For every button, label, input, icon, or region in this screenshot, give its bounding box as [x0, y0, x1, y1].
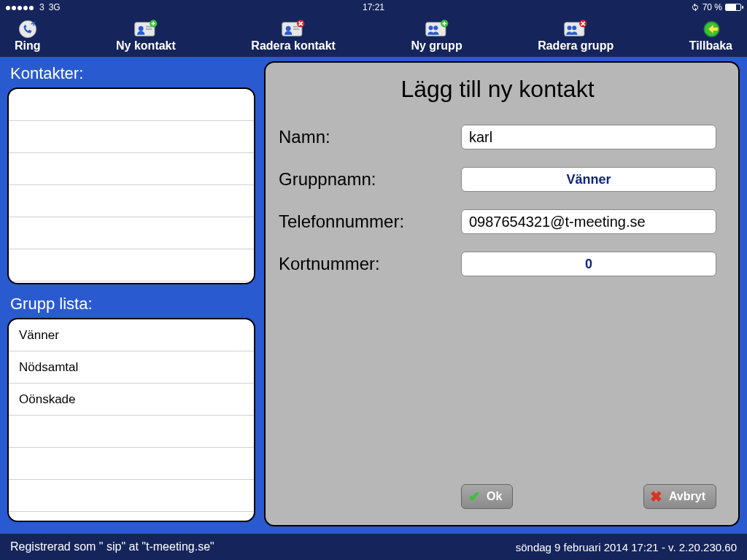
svg-rect-4 [146, 28, 152, 30]
battery-icon [725, 4, 741, 11]
ny-grupp-label: Ny grupp [411, 39, 462, 52]
ny-kontakt-label: Ny kontakt [116, 39, 176, 52]
namn-input[interactable]: karl [461, 125, 716, 149]
gruppnamn-select[interactable]: Vänner [461, 167, 716, 192]
telefonnummer-label: Telefonnummer: [279, 211, 461, 232]
check-icon: ✔ [466, 489, 482, 505]
registration-status: Registrerad som " sip" at "t-meeting.se" [10, 540, 214, 553]
delete-group-icon [563, 19, 588, 39]
list-item[interactable] [9, 448, 254, 480]
network-label: 3G [49, 2, 61, 12]
signal-dots-icon [6, 2, 35, 12]
toolbar: Ring Ny kontakt Radera kontakt Ny grupp [0, 15, 747, 57]
avbryt-label: Avbryt [669, 490, 705, 503]
ny-grupp-button[interactable]: Ny grupp [411, 19, 462, 52]
refresh-icon [691, 3, 700, 12]
cross-icon: ✖ [649, 489, 665, 505]
svg-point-2 [139, 26, 144, 31]
list-item[interactable] [9, 153, 254, 185]
list-item[interactable] [9, 249, 254, 281]
delete-contact-icon [281, 19, 306, 39]
carrier-label: 3 [39, 2, 44, 12]
svg-point-17 [572, 26, 576, 30]
phone-icon [17, 19, 39, 39]
kortnummer-label: Kortnummer: [279, 254, 461, 274]
telefonnummer-input[interactable]: 0987654321@t-meeting.se [461, 209, 716, 234]
list-item[interactable]: Oönskade [9, 384, 254, 416]
add-contact-panel: Lägg till ny kontakt Namn: karl Gruppnam… [264, 61, 740, 526]
kortnummer-input[interactable]: 0 [461, 252, 716, 276]
radera-grupp-label: Radera grupp [538, 39, 614, 52]
left-column: Kontakter: Grupp lista: Vänner Nödsamtal… [7, 61, 255, 526]
svg-rect-9 [293, 28, 300, 30]
ok-label: Ok [487, 490, 502, 503]
groups-list[interactable]: Vänner Nödsamtal Oönskade [7, 318, 255, 522]
ring-button[interactable]: Ring [15, 19, 41, 52]
footer: Registrerad som " sip" at "t-meeting.se"… [0, 534, 747, 560]
list-item[interactable] [9, 89, 254, 121]
ny-kontakt-button[interactable]: Ny kontakt [116, 19, 176, 52]
radera-grupp-button[interactable]: Radera grupp [538, 19, 614, 52]
main-area: Kontakter: Grupp lista: Vänner Nödsamtal… [0, 57, 747, 534]
footer-datetime-version: söndag 9 februari 2014 17:21 - v. 2.20.2… [516, 541, 737, 553]
list-item[interactable] [9, 121, 254, 153]
battery-pct: 70 % [703, 2, 722, 12]
list-item[interactable]: Vänner [9, 319, 254, 351]
add-group-icon [425, 19, 449, 39]
svg-point-12 [428, 26, 433, 30]
avbryt-button[interactable]: ✖ Avbryt [643, 484, 716, 509]
list-item[interactable] [9, 416, 254, 448]
status-bar: 3 3G 17:21 70 % [0, 0, 747, 15]
radera-kontakt-label: Radera kontakt [251, 39, 336, 52]
svg-point-13 [433, 26, 438, 30]
list-item[interactable] [9, 217, 254, 249]
list-item[interactable] [9, 480, 254, 512]
ok-button[interactable]: ✔ Ok [461, 484, 513, 509]
namn-label: Namn: [279, 127, 461, 147]
grupp-title: Grupp lista: [10, 295, 252, 314]
svg-point-7 [286, 26, 291, 31]
kontakter-title: Kontakter: [10, 64, 252, 83]
list-item[interactable] [9, 185, 254, 217]
svg-point-16 [568, 26, 572, 30]
back-icon [700, 19, 721, 39]
ring-label: Ring [15, 39, 41, 52]
radera-kontakt-button[interactable]: Radera kontakt [251, 19, 336, 52]
contacts-list[interactable] [7, 88, 255, 284]
tillbaka-label: Tillbaka [689, 39, 732, 52]
clock: 17:21 [363, 2, 384, 12]
panel-title: Lägg till ny kontakt [279, 76, 716, 103]
tillbaka-button[interactable]: Tillbaka [689, 19, 732, 52]
gruppnamn-label: Gruppnamn: [279, 169, 461, 190]
add-contact-icon [133, 19, 158, 39]
list-item[interactable]: Nödsamtal [9, 351, 254, 384]
